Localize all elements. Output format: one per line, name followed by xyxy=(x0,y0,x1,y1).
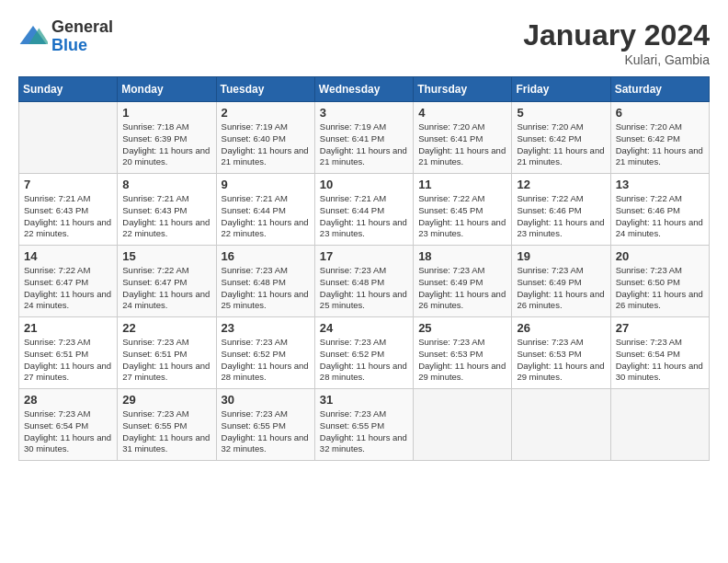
logo-icon xyxy=(18,22,48,52)
cell-info: Sunrise: 7:23 AMSunset: 6:51 PMDaylight:… xyxy=(122,337,210,384)
cell-info: Sunrise: 7:23 AMSunset: 6:55 PMDaylight:… xyxy=(222,408,310,455)
cell-info: Sunrise: 7:20 AMSunset: 6:42 PMDaylight:… xyxy=(616,121,704,168)
logo-general: General xyxy=(51,18,113,37)
cell-info: Sunrise: 7:23 AMSunset: 6:51 PMDaylight:… xyxy=(24,337,112,384)
calendar-cell: 29Sunrise: 7:23 AMSunset: 6:55 PMDayligh… xyxy=(118,389,216,461)
calendar-cell: 28Sunrise: 7:23 AMSunset: 6:54 PMDayligh… xyxy=(19,389,118,461)
day-number: 1 xyxy=(122,106,210,120)
day-number: 27 xyxy=(616,321,704,335)
day-number: 26 xyxy=(517,321,605,335)
cell-info: Sunrise: 7:21 AMSunset: 6:44 PMDaylight:… xyxy=(222,193,310,240)
cell-info: Sunrise: 7:23 AMSunset: 6:54 PMDaylight:… xyxy=(24,408,112,455)
cell-info: Sunrise: 7:19 AMSunset: 6:41 PMDaylight:… xyxy=(320,121,408,168)
calendar-cell: 22Sunrise: 7:23 AMSunset: 6:51 PMDayligh… xyxy=(118,317,216,389)
day-number: 17 xyxy=(320,249,408,263)
calendar-cell: 10Sunrise: 7:21 AMSunset: 6:44 PMDayligh… xyxy=(314,174,413,246)
day-number: 16 xyxy=(222,249,310,263)
header-friday: Friday xyxy=(512,77,610,102)
calendar-cell: 24Sunrise: 7:23 AMSunset: 6:52 PMDayligh… xyxy=(314,317,413,389)
cell-info: Sunrise: 7:23 AMSunset: 6:48 PMDaylight:… xyxy=(320,265,408,312)
cell-info: Sunrise: 7:22 AMSunset: 6:45 PMDaylight:… xyxy=(418,193,506,240)
header-saturday: Saturday xyxy=(610,77,709,102)
day-number: 18 xyxy=(418,249,506,263)
day-number: 22 xyxy=(122,321,210,335)
calendar-cell: 4Sunrise: 7:20 AMSunset: 6:41 PMDaylight… xyxy=(414,102,512,174)
week-row-1: 1Sunrise: 7:18 AMSunset: 6:39 PMDaylight… xyxy=(19,102,710,174)
page-header: General Blue January 2024 Kulari, Gambia xyxy=(18,18,710,67)
day-number: 7 xyxy=(24,178,112,191)
cell-info: Sunrise: 7:19 AMSunset: 6:40 PMDaylight:… xyxy=(222,121,310,168)
day-number: 10 xyxy=(320,178,408,191)
cell-info: Sunrise: 7:20 AMSunset: 6:42 PMDaylight:… xyxy=(517,121,605,168)
calendar-header-row: SundayMondayTuesdayWednesdayThursdayFrid… xyxy=(19,77,710,102)
week-row-2: 7Sunrise: 7:21 AMSunset: 6:43 PMDaylight… xyxy=(19,174,710,246)
day-number: 23 xyxy=(222,321,310,335)
day-number: 3 xyxy=(320,106,408,120)
cell-info: Sunrise: 7:22 AMSunset: 6:47 PMDaylight:… xyxy=(24,265,112,312)
cell-info: Sunrise: 7:18 AMSunset: 6:39 PMDaylight:… xyxy=(122,121,210,168)
calendar-cell: 12Sunrise: 7:22 AMSunset: 6:46 PMDayligh… xyxy=(512,174,610,246)
day-number: 29 xyxy=(122,393,210,407)
calendar-cell: 26Sunrise: 7:23 AMSunset: 6:53 PMDayligh… xyxy=(512,317,610,389)
cell-info: Sunrise: 7:22 AMSunset: 6:46 PMDaylight:… xyxy=(517,193,605,240)
cell-info: Sunrise: 7:23 AMSunset: 6:53 PMDaylight:… xyxy=(517,337,605,384)
header-sunday: Sunday xyxy=(19,77,118,102)
calendar-cell xyxy=(610,389,709,461)
day-number: 24 xyxy=(320,321,408,335)
calendar-cell: 25Sunrise: 7:23 AMSunset: 6:53 PMDayligh… xyxy=(414,317,512,389)
logo-blue: Blue xyxy=(51,37,113,55)
day-number: 13 xyxy=(616,178,704,191)
day-number: 11 xyxy=(418,178,506,191)
day-number: 2 xyxy=(222,106,310,120)
day-number: 8 xyxy=(122,178,210,191)
month-title: January 2024 xyxy=(523,18,710,52)
cell-info: Sunrise: 7:23 AMSunset: 6:52 PMDaylight:… xyxy=(320,337,408,384)
cell-info: Sunrise: 7:23 AMSunset: 6:48 PMDaylight:… xyxy=(222,265,310,312)
cell-info: Sunrise: 7:23 AMSunset: 6:50 PMDaylight:… xyxy=(616,265,704,312)
day-number: 14 xyxy=(24,249,112,263)
calendar-cell: 6Sunrise: 7:20 AMSunset: 6:42 PMDaylight… xyxy=(610,102,709,174)
day-number: 6 xyxy=(616,106,704,120)
calendar-cell xyxy=(19,102,118,174)
calendar-table: SundayMondayTuesdayWednesdayThursdayFrid… xyxy=(18,76,710,461)
calendar-cell: 23Sunrise: 7:23 AMSunset: 6:52 PMDayligh… xyxy=(216,317,314,389)
calendar-cell: 5Sunrise: 7:20 AMSunset: 6:42 PMDaylight… xyxy=(512,102,610,174)
day-number: 12 xyxy=(517,178,605,191)
title-block: January 2024 Kulari, Gambia xyxy=(523,18,710,67)
cell-info: Sunrise: 7:22 AMSunset: 6:46 PMDaylight:… xyxy=(616,193,704,240)
calendar-cell xyxy=(512,389,610,461)
calendar-cell: 3Sunrise: 7:19 AMSunset: 6:41 PMDaylight… xyxy=(314,102,413,174)
calendar-cell: 30Sunrise: 7:23 AMSunset: 6:55 PMDayligh… xyxy=(216,389,314,461)
calendar-cell: 1Sunrise: 7:18 AMSunset: 6:39 PMDaylight… xyxy=(118,102,216,174)
cell-info: Sunrise: 7:23 AMSunset: 6:53 PMDaylight:… xyxy=(418,337,506,384)
cell-info: Sunrise: 7:21 AMSunset: 6:43 PMDaylight:… xyxy=(122,193,210,240)
day-number: 4 xyxy=(418,106,506,120)
cell-info: Sunrise: 7:21 AMSunset: 6:43 PMDaylight:… xyxy=(24,193,112,240)
cell-info: Sunrise: 7:23 AMSunset: 6:49 PMDaylight:… xyxy=(418,265,506,312)
calendar-cell xyxy=(414,389,512,461)
day-number: 20 xyxy=(616,249,704,263)
cell-info: Sunrise: 7:22 AMSunset: 6:47 PMDaylight:… xyxy=(122,265,210,312)
calendar-cell: 8Sunrise: 7:21 AMSunset: 6:43 PMDaylight… xyxy=(118,174,216,246)
header-wednesday: Wednesday xyxy=(314,77,413,102)
header-monday: Monday xyxy=(118,77,216,102)
day-number: 30 xyxy=(222,393,310,407)
calendar-cell: 21Sunrise: 7:23 AMSunset: 6:51 PMDayligh… xyxy=(19,317,118,389)
header-thursday: Thursday xyxy=(414,77,512,102)
calendar-cell: 18Sunrise: 7:23 AMSunset: 6:49 PMDayligh… xyxy=(414,246,512,317)
cell-info: Sunrise: 7:20 AMSunset: 6:41 PMDaylight:… xyxy=(418,121,506,168)
calendar-cell: 7Sunrise: 7:21 AMSunset: 6:43 PMDaylight… xyxy=(19,174,118,246)
cell-info: Sunrise: 7:23 AMSunset: 6:54 PMDaylight:… xyxy=(616,337,704,384)
calendar-cell: 9Sunrise: 7:21 AMSunset: 6:44 PMDaylight… xyxy=(216,174,314,246)
cell-info: Sunrise: 7:23 AMSunset: 6:49 PMDaylight:… xyxy=(517,265,605,312)
calendar-cell: 17Sunrise: 7:23 AMSunset: 6:48 PMDayligh… xyxy=(314,246,413,317)
day-number: 15 xyxy=(122,249,210,263)
cell-info: Sunrise: 7:23 AMSunset: 6:55 PMDaylight:… xyxy=(320,408,408,455)
calendar-cell: 15Sunrise: 7:22 AMSunset: 6:47 PMDayligh… xyxy=(118,246,216,317)
calendar-cell: 13Sunrise: 7:22 AMSunset: 6:46 PMDayligh… xyxy=(610,174,709,246)
cell-info: Sunrise: 7:23 AMSunset: 6:55 PMDaylight:… xyxy=(122,408,210,455)
calendar-cell: 19Sunrise: 7:23 AMSunset: 6:49 PMDayligh… xyxy=(512,246,610,317)
cell-info: Sunrise: 7:23 AMSunset: 6:52 PMDaylight:… xyxy=(222,337,310,384)
cell-info: Sunrise: 7:21 AMSunset: 6:44 PMDaylight:… xyxy=(320,193,408,240)
logo-text: General Blue xyxy=(51,18,113,55)
